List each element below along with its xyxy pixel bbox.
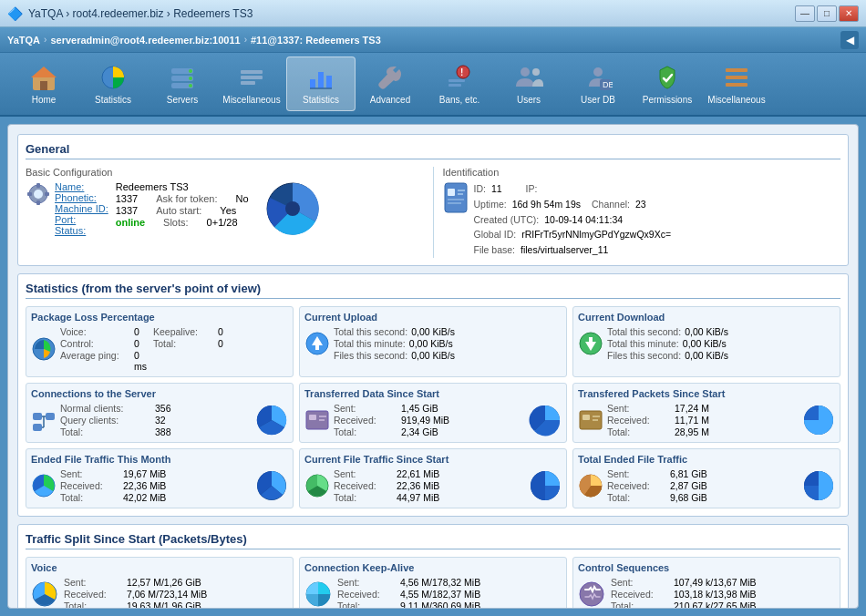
transferred-data-icon <box>304 407 330 433</box>
ftm-received-label: Received: <box>60 480 119 491</box>
toolbar-misc1-label: Miscellaneous <box>222 95 280 105</box>
ask-token-label: Ask for token: <box>156 193 217 204</box>
toolbar-userdb-label: User DB <box>581 95 615 105</box>
toolbar-misc2[interactable]: Miscellaneous <box>702 56 771 111</box>
upload-min-value: 0,00 KiB/s <box>409 338 453 349</box>
status-link[interactable]: Status: <box>55 225 108 236</box>
ka-total-label: Total: <box>337 601 397 609</box>
svg-rect-49 <box>589 337 593 342</box>
addr-segment-app[interactable]: YaTQA <box>7 35 40 46</box>
addr-back: ◀ <box>840 31 859 49</box>
created-value: 10-09-14 04:11:34 <box>544 212 623 228</box>
keepalive-data: Sent:4,56 M/178,32 MiB Received:4,55 M/1… <box>337 577 480 609</box>
conn-total-value: 388 <box>155 426 171 437</box>
toolbar-bans-label: Bans, etc. <box>439 95 479 105</box>
dl-min-value: 0,00 KiB/s <box>683 338 727 349</box>
servers-icon <box>168 63 197 92</box>
svg-rect-57 <box>306 411 328 429</box>
auto-start-label: Auto start: <box>156 205 201 216</box>
dl-sec-value: 0,00 KiB/s <box>685 326 728 337</box>
toolbar-misc1[interactable]: Miscellaneous <box>217 56 286 111</box>
svg-rect-46 <box>315 345 319 350</box>
voice-data: Sent:12,57 M/1,26 GiB Received:7,06 M/72… <box>64 577 207 609</box>
id-data: ID: 11 IP: Uptime: 16d 9h 54m 19s Channe… <box>474 181 672 258</box>
toolbar-statistics2[interactable]: Statistics <box>286 56 356 111</box>
ftm-sent-label: Sent: <box>60 468 119 479</box>
conn-query-label: Query clients: <box>60 415 151 426</box>
upload-data: Total this second:0,00 KiB/s Total this … <box>334 326 562 361</box>
svg-rect-26 <box>726 68 747 72</box>
cs-received-value: 103,18 k/13,98 MiB <box>674 589 756 600</box>
name-link[interactable]: Name: <box>55 181 108 192</box>
voice-traffic-icon <box>31 580 58 608</box>
upload-icon <box>304 331 330 356</box>
svg-point-22 <box>532 68 540 76</box>
svg-rect-62 <box>580 411 602 429</box>
addressbar: YaTQA › serveradmin@root4.redeemer.biz:1… <box>0 27 866 53</box>
upload-min-label: Total this minute: <box>334 338 406 349</box>
ftm-received-value: 22,36 MiB <box>123 480 166 491</box>
id-value: 11 <box>491 181 502 197</box>
port-link[interactable]: Port: <box>55 214 108 225</box>
back-icon[interactable]: ◀ <box>840 31 859 49</box>
toolbar-advanced[interactable]: Advanced <box>356 56 425 111</box>
config-values: Redeemers TS3 1337 Ask for token: No 133… <box>116 181 249 228</box>
ban-icon: ! <box>445 63 474 92</box>
cs-total-label: Total: <box>611 601 670 609</box>
tft-received-value: 2,87 GiB <box>670 480 707 491</box>
v-received-label: Received: <box>64 589 123 600</box>
stats-grid: Package Loss Percentage Voice: 0 Keepali… <box>26 306 840 508</box>
toolbar-servers[interactable]: Servers <box>148 56 217 111</box>
toolbar-permissions[interactable]: Permissions <box>633 56 702 111</box>
machine-id-link[interactable]: Machine ID: <box>55 203 108 214</box>
upload-sec-value: 0,00 KiB/s <box>411 326 455 337</box>
svg-rect-51 <box>46 413 55 420</box>
ip-label: IP: <box>526 181 538 197</box>
svg-rect-63 <box>582 415 590 420</box>
toolbar-users-label: Users <box>517 95 541 105</box>
tft-total-value: 9,68 GiB <box>670 492 707 503</box>
svg-rect-52 <box>33 424 42 431</box>
file-traffic-start-pie <box>529 469 562 502</box>
wrench-icon <box>376 63 405 92</box>
maximize-button[interactable]: □ <box>817 5 837 22</box>
close-button[interactable]: ✕ <box>839 5 859 22</box>
toolbar-statistics2-label: Statistics <box>303 95 339 105</box>
toolbar-statistics1[interactable]: Statistics <box>78 56 148 111</box>
toolbar-users[interactable]: Users <box>494 56 563 111</box>
phonetic-link[interactable]: Phonetic: <box>55 192 108 203</box>
port-value: 1337 <box>116 205 138 216</box>
users-icon <box>514 63 543 92</box>
control-data: Sent:107,49 k/13,67 MiB Received:103,18 … <box>611 577 756 609</box>
keepalive-value: 0 <box>218 326 236 337</box>
voice-label: Voice: <box>60 326 133 337</box>
file-base-value: files/virtualserver_11 <box>521 242 608 258</box>
toolbar-misc2-label: Miscellaneous <box>707 95 765 105</box>
fts-total-label: Total: <box>334 492 393 503</box>
id-title: Identification <box>443 167 841 178</box>
window-title: YaTQA › root4.redeemer.biz › Redeemers T… <box>28 7 795 20</box>
toolbar-userdb[interactable]: DB User DB <box>563 56 633 111</box>
titlebar: 🔷 YaTQA › root4.redeemer.biz › Redeemers… <box>0 0 866 27</box>
userdb-icon: DB <box>583 63 613 92</box>
ftm-total-value: 42,02 MiB <box>123 492 166 503</box>
connections-title: Connections to the Server <box>31 388 288 399</box>
channel-value: 23 <box>635 197 646 212</box>
toolbar-home[interactable]: Home <box>9 56 78 111</box>
fts-received-label: Received: <box>334 480 393 491</box>
addr-arrow-1: › <box>44 35 46 45</box>
tft-sent-label: Sent: <box>607 468 666 479</box>
general-pie-chart <box>265 181 320 236</box>
svg-rect-12 <box>241 81 255 85</box>
toolbar-bans[interactable]: ! Bans, etc. <box>425 56 494 111</box>
minimize-button[interactable]: — <box>795 5 815 22</box>
addr-segment-server[interactable]: serveradmin@root4.redeemer.biz:10011 <box>50 35 240 46</box>
total-file-traffic-title: Total Ended File Traffic <box>578 454 835 465</box>
transferred-packets-icon <box>578 407 603 433</box>
transferred-data-data: Sent:1,45 GiB Received:919,49 MiB Total:… <box>334 403 525 437</box>
download-data: Total this second:0,00 KiB/s Total this … <box>607 326 835 361</box>
addr-segment-ts[interactable]: #11@1337: Redeemers TS3 <box>251 35 381 46</box>
svg-rect-14 <box>318 72 324 88</box>
tp-total-label: Total: <box>607 426 671 437</box>
status-value: online <box>116 217 145 228</box>
